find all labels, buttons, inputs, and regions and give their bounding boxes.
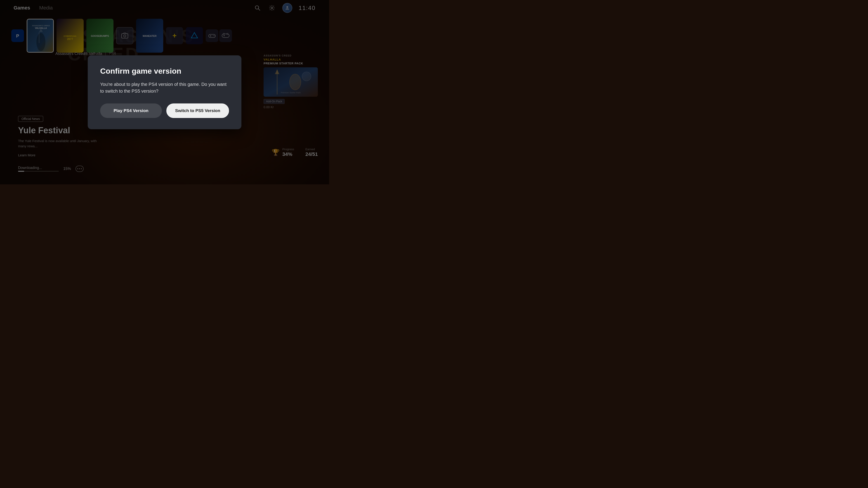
modal-body: You're about to play the PS4 version of … [100, 81, 229, 94]
modal-buttons: Play PS4 Version Switch to PS5 Version [100, 103, 229, 118]
confirm-version-modal: Confirm game version You're about to pla… [88, 55, 241, 129]
play-ps4-button[interactable]: Play PS4 Version [100, 103, 162, 118]
modal-title: Confirm game version [100, 67, 229, 75]
modal-backdrop: Confirm game version You're about to pla… [0, 0, 329, 184]
switch-ps5-button[interactable]: Switch to PS5 Version [166, 103, 229, 118]
